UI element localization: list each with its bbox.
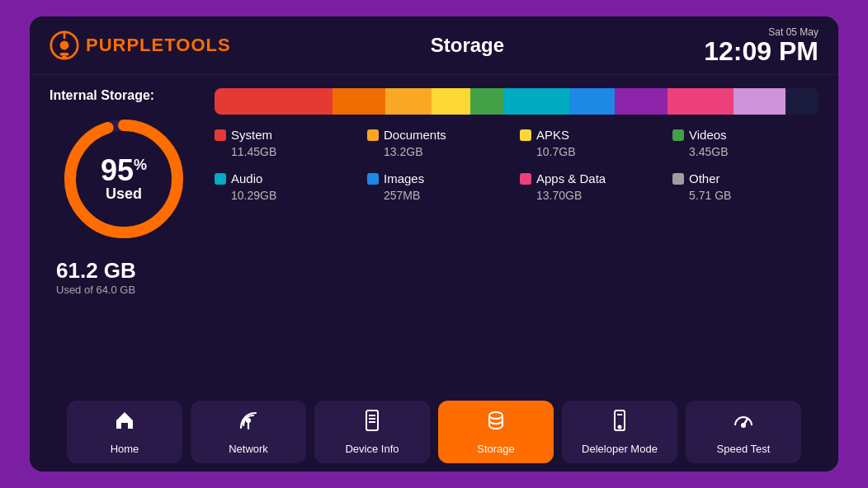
- logo: PURPLETOOLS: [50, 30, 231, 60]
- svg-point-13: [489, 412, 502, 419]
- storage-item-name: System: [231, 128, 272, 142]
- logo-text: PURPLETOOLS: [86, 35, 231, 56]
- main-content: Internal Storage: 95% Used 61.2 GB Used: [30, 75, 838, 392]
- logo-icon: [50, 30, 79, 60]
- storage-item: Videos 3.45GB: [672, 128, 818, 158]
- network-icon: [237, 409, 260, 438]
- storage-item-name: Other: [689, 171, 720, 185]
- developer-mode-icon: [608, 409, 631, 438]
- storage-item-size: 11.45GB: [215, 145, 361, 158]
- bottom-nav: Home Network Device Info Storage Delelop…: [30, 392, 838, 472]
- storage-item-header: Audio: [215, 171, 361, 185]
- storage-item-size: 10.29GB: [215, 189, 361, 202]
- svg-rect-4: [62, 56, 66, 59]
- storage-item-header: APKS: [520, 128, 666, 142]
- color-bar-segment: [668, 88, 734, 115]
- nav-item-storage[interactable]: Storage: [438, 401, 554, 463]
- storage-item: Audio 10.29GB: [215, 171, 361, 202]
- storage-item-header: Images: [367, 171, 513, 185]
- color-bar-segment: [470, 88, 503, 115]
- storage-color-dot: [520, 173, 531, 185]
- color-bar-segment: [785, 88, 818, 115]
- storage-item-size: 3.45GB: [672, 145, 818, 158]
- time-display: 12:09 PM: [704, 38, 818, 64]
- storage-item: Documents 13.2GB: [367, 128, 513, 158]
- left-panel: Internal Storage: 95% Used 61.2 GB Used: [50, 88, 198, 379]
- svg-point-18: [742, 424, 745, 427]
- color-bar-segment: [569, 88, 616, 115]
- storage-item-size: 13.2GB: [367, 145, 513, 158]
- nav-label-storage: Storage: [477, 443, 515, 455]
- storage-item-header: System: [215, 128, 361, 142]
- nav-label-network: Network: [229, 443, 268, 455]
- svg-point-15: [619, 426, 621, 429]
- color-bar-segment: [333, 88, 385, 115]
- device-info-icon: [361, 409, 384, 438]
- speed-test-icon: [732, 409, 755, 438]
- storage-gb: 61.2 GB: [56, 258, 136, 284]
- storage-icon: [484, 409, 507, 438]
- nav-label-speed-test: Speed Test: [717, 443, 771, 455]
- storage-item-size: 10.7GB: [520, 145, 666, 158]
- storage-item-name: Audio: [231, 171, 262, 185]
- storage-item: Other 5.71 GB: [672, 171, 818, 202]
- storage-grid: System 11.45GB Documents 13.2GB APKS 10.…: [215, 128, 818, 202]
- color-bar: [215, 88, 818, 115]
- nav-item-network[interactable]: Network: [191, 401, 306, 463]
- storage-item-size: 5.71 GB: [672, 189, 818, 202]
- right-panel: System 11.45GB Documents 13.2GB APKS 10.…: [215, 88, 818, 379]
- storage-item: Images 257MB: [367, 171, 513, 202]
- storage-item-name: Images: [384, 171, 424, 185]
- donut-center: 95% Used: [101, 156, 147, 203]
- storage-item-name: Documents: [384, 128, 446, 142]
- storage-color-dot: [367, 129, 379, 141]
- storage-color-dot: [520, 129, 531, 141]
- svg-point-1: [60, 41, 69, 50]
- storage-item-size: 257MB: [367, 189, 513, 202]
- home-icon: [113, 409, 136, 438]
- storage-item: Apps & Data 13.70GB: [520, 171, 666, 202]
- nav-item-device-info[interactable]: Device Info: [314, 401, 430, 463]
- nav-item-developer-mode[interactable]: Deleloper Mode: [562, 401, 677, 463]
- color-bar-segment: [615, 88, 668, 115]
- color-bar-segment: [385, 88, 432, 115]
- nav-label-developer-mode: Deleloper Mode: [582, 443, 658, 455]
- storage-used-of: Used of 64.0 GB: [56, 284, 136, 296]
- color-bar-segment: [432, 88, 471, 115]
- donut-chart: 95% Used: [58, 113, 190, 245]
- svg-rect-3: [60, 53, 69, 56]
- storage-color-dot: [215, 129, 226, 141]
- storage-color-dot: [367, 173, 379, 185]
- donut-percent: 95%: [101, 156, 147, 185]
- storage-color-dot: [672, 173, 684, 185]
- nav-label-device-info: Device Info: [345, 443, 399, 455]
- storage-item-header: Other: [672, 171, 818, 185]
- nav-label-home: Home: [111, 443, 139, 455]
- main-screen: PURPLETOOLS Storage Sat 05 May 12:09 PM …: [30, 16, 838, 472]
- storage-info: 61.2 GB Used of 64.0 GB: [56, 258, 136, 296]
- header: PURPLETOOLS Storage Sat 05 May 12:09 PM: [30, 16, 838, 75]
- nav-item-speed-test[interactable]: Speed Test: [686, 401, 801, 463]
- header-time: Sat 05 May 12:09 PM: [704, 26, 818, 64]
- color-bar-segment: [734, 88, 786, 115]
- storage-color-dot: [672, 129, 684, 141]
- svg-rect-9: [366, 411, 378, 430]
- storage-item-name: Apps & Data: [536, 171, 606, 185]
- storage-item-header: Documents: [367, 128, 513, 142]
- color-bar-segment: [215, 88, 333, 115]
- donut-used-label: Used: [101, 185, 147, 203]
- color-bar-segment: [503, 88, 569, 115]
- internal-storage-label: Internal Storage:: [50, 88, 154, 103]
- storage-item: System 11.45GB: [215, 128, 361, 158]
- storage-item-name: APKS: [536, 128, 569, 142]
- nav-item-home[interactable]: Home: [67, 401, 182, 463]
- storage-item-size: 13.70GB: [520, 189, 666, 202]
- storage-item-name: Videos: [689, 128, 727, 142]
- storage-item-header: Videos: [672, 128, 818, 142]
- storage-color-dot: [215, 173, 226, 185]
- page-title: Storage: [431, 34, 504, 57]
- storage-item-header: Apps & Data: [520, 171, 666, 185]
- storage-item: APKS 10.7GB: [520, 128, 666, 158]
